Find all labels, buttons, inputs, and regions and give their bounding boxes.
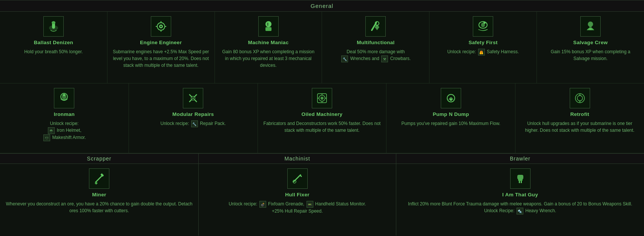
general-talent-row: Ballast Denizen Hold your breath 50% lon… bbox=[0, 12, 644, 83]
scrapper-header: Scrapper bbox=[0, 153, 198, 164]
ballast-denizen-name: Ballast Denizen bbox=[34, 40, 73, 45]
svg-point-19 bbox=[192, 97, 194, 99]
retrofit-name: Retrofit bbox=[570, 111, 589, 117]
i-am-that-guy-desc: Inflict 20% more Blunt Force Trauma dama… bbox=[408, 201, 632, 214]
sub-sections-row: Scrapper Miner Whenever you deconstruct … bbox=[0, 153, 644, 236]
svg-rect-7 bbox=[265, 27, 271, 31]
oiled-machinery-icon bbox=[312, 88, 332, 108]
svg-point-12 bbox=[483, 22, 486, 24]
svg-line-27 bbox=[95, 176, 102, 182]
scrapper-section: Scrapper Miner Whenever you deconstruct … bbox=[0, 153, 199, 236]
oiled-machinery-name: Oiled Machinery bbox=[302, 111, 343, 117]
hull-fixer-icon bbox=[287, 168, 308, 189]
miner-icon bbox=[89, 168, 109, 189]
general-header: General bbox=[0, 0, 644, 12]
machinist-header: Machinist bbox=[199, 153, 396, 164]
modular-repairs-icon bbox=[183, 88, 203, 108]
harness-inline-icon: 🦺 bbox=[478, 49, 485, 56]
multifunctional-icon bbox=[365, 16, 386, 37]
engine-engineer-desc: Submarine engines have +2.5% Max Speed p… bbox=[113, 48, 209, 69]
machine-maniac-icon bbox=[258, 16, 279, 37]
multifunctional-name: Multifunctional bbox=[357, 40, 394, 45]
brawler-section: Brawler I Am That Guy Inflict 20% more B… bbox=[396, 153, 644, 236]
talent-multifunctional[interactable]: Multifunctional Deal 50% more damage wit… bbox=[322, 12, 429, 83]
heavywrench-inline-icon: 🔩 bbox=[517, 208, 523, 214]
i-am-that-guy-name: I Am That Guy bbox=[502, 192, 538, 197]
talent-ballast-denizen[interactable]: Ballast Denizen Hold your breath 50% lon… bbox=[0, 12, 107, 83]
i-am-that-guy-icon bbox=[510, 168, 531, 189]
scrapper-cells: Miner Whenever you deconstruct an ore, y… bbox=[0, 164, 198, 236]
helmet-inline-icon: ⛑ bbox=[48, 127, 55, 134]
pump-n-dump-name: Pump N Dump bbox=[433, 111, 469, 117]
brawler-header: Brawler bbox=[396, 153, 644, 164]
talent-machine-maniac[interactable]: Machine Maniac Gain 80 bonus XP when com… bbox=[215, 12, 322, 83]
talent-safety-first[interactable]: Safety First Unlock recipe: 🦺 Safety Har… bbox=[429, 12, 537, 83]
svg-point-24 bbox=[450, 99, 452, 101]
ironman-desc: Unlock recipe: ⛑ Iron Helmet, 🛡 Makeshif… bbox=[43, 120, 86, 141]
machinist-section: Machinist Hull Fixer Unlock recipe: 💣 Fi… bbox=[199, 153, 396, 236]
armor-inline-icon: 🛡 bbox=[43, 134, 50, 141]
hull-fixer-name: Hull Fixer bbox=[285, 192, 310, 197]
ironman-name: Ironman bbox=[54, 111, 75, 117]
machine-maniac-name: Machine Maniac bbox=[248, 40, 289, 45]
safety-first-icon bbox=[473, 16, 493, 37]
svg-rect-33 bbox=[521, 181, 522, 183]
svg-point-2 bbox=[52, 21, 55, 24]
machine-maniac-desc: Gain 80 bonus XP when completing a missi… bbox=[220, 48, 317, 69]
talent-miner[interactable]: Miner Whenever you deconstruct an ore, y… bbox=[0, 164, 198, 236]
talent-hull-fixer[interactable]: Hull Fixer Unlock recipe: 💣 Fixfoam Gren… bbox=[199, 164, 396, 236]
talent-i-am-that-guy[interactable]: I Am That Guy Inflict 20% more Blunt For… bbox=[396, 164, 644, 236]
machinist-cells: Hull Fixer Unlock recipe: 💣 Fixfoam Gren… bbox=[199, 164, 396, 236]
modular-repairs-name: Modular Repairs bbox=[172, 111, 214, 117]
grenade-inline-icon: 💣 bbox=[259, 201, 266, 208]
ballast-denizen-icon bbox=[43, 16, 64, 37]
retrofit-icon bbox=[570, 88, 590, 108]
modular-repairs-desc: Unlock recipe: 🔧 Repair Pack. bbox=[160, 120, 225, 127]
section-general: General Ballast Denizen Hold your breath… bbox=[0, 0, 644, 83]
multifunctional-desc: Deal 50% more damage with 🔧 Wrenches and… bbox=[340, 48, 411, 62]
svg-point-5 bbox=[160, 26, 162, 27]
crowbar-inline-icon: ⚒ bbox=[381, 56, 388, 62]
scrapper-label: Scrapper bbox=[87, 156, 112, 162]
hull-fixer-desc: Unlock recipe: 💣 Fixfoam Grenade, 📟 Hand… bbox=[228, 201, 366, 214]
retrofit-desc: Unlock hull upgrades as if your submarin… bbox=[521, 120, 639, 134]
salvage-crew-name: Salvage Crew bbox=[573, 40, 607, 45]
svg-point-13 bbox=[588, 22, 593, 27]
svg-rect-31 bbox=[518, 179, 523, 181]
salvage-crew-desc: Gain 15% bonus XP when completing a Salv… bbox=[542, 48, 639, 62]
pump-n-dump-icon bbox=[441, 88, 461, 108]
talent-retrofit[interactable]: Retrofit Unlock hull upgrades as if your… bbox=[515, 83, 644, 153]
machinist-label: Machinist bbox=[284, 156, 310, 162]
talent-modular-repairs[interactable]: Modular Repairs Unlock recipe: 🔧 Repair … bbox=[129, 83, 258, 153]
svg-point-17 bbox=[63, 94, 65, 96]
engine-engineer-name: Engine Engineer bbox=[140, 40, 182, 45]
ballast-denizen-desc: Hold your breath 50% longer. bbox=[24, 48, 83, 55]
wrench-inline-icon: 🔧 bbox=[341, 56, 348, 62]
oiled-machinery-desc: Fabricators and Deconstructors work 50% … bbox=[263, 120, 381, 134]
talent-engine-engineer[interactable]: Engine Engineer Submarine engines have +… bbox=[107, 12, 215, 83]
engine-engineer-icon bbox=[151, 16, 171, 37]
safety-first-name: Safety First bbox=[469, 40, 498, 45]
miner-name: Miner bbox=[92, 192, 106, 197]
ironman-icon bbox=[54, 88, 74, 108]
svg-rect-14 bbox=[589, 26, 592, 30]
talent-salvage-crew[interactable]: Salvage Crew Gain 15% bonus XP when comp… bbox=[537, 12, 644, 83]
brawler-label: Brawler bbox=[510, 156, 530, 162]
svg-rect-8 bbox=[267, 23, 268, 26]
general-label: General bbox=[311, 3, 333, 9]
repairpack-inline-icon: 🔧 bbox=[191, 120, 198, 127]
monitor-inline-icon: 📟 bbox=[307, 201, 313, 208]
talent-pump-n-dump[interactable]: Pump N Dump Pumps you've repaired gain 1… bbox=[386, 83, 515, 153]
brawler-cells: I Am That Guy Inflict 20% more Blunt For… bbox=[396, 164, 644, 236]
row2-talent-row: Ironman Unlock recipe: ⛑ Iron Helmet, 🛡 … bbox=[0, 83, 644, 153]
talent-ironman[interactable]: Ironman Unlock recipe: ⛑ Iron Helmet, 🛡 … bbox=[0, 83, 129, 153]
svg-point-22 bbox=[320, 97, 324, 100]
talent-oiled-machinery[interactable]: Oiled Machinery Fabricators and Deconstr… bbox=[258, 83, 387, 153]
safety-first-desc: Unlock recipe: 🦺 Safety Harness. bbox=[447, 48, 519, 56]
row2-talents: Ironman Unlock recipe: ⛑ Iron Helmet, 🛡 … bbox=[0, 83, 644, 153]
miner-desc: Whenever you deconstruct an ore, you hav… bbox=[5, 201, 193, 214]
svg-point-26 bbox=[577, 96, 583, 101]
pump-n-dump-desc: Pumps you've repaired gain 10% Maximum F… bbox=[402, 120, 500, 127]
svg-rect-32 bbox=[519, 181, 520, 183]
salvage-crew-icon bbox=[580, 16, 601, 37]
